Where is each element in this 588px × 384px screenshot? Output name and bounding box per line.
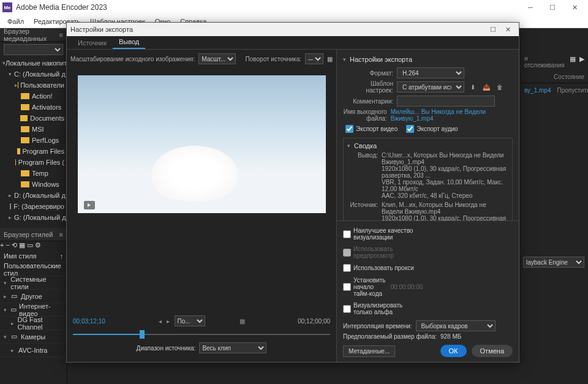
preset-select[interactable]: С атрибутами исходного... [397, 81, 464, 92]
section-label: Настройки экспорта [350, 56, 412, 63]
dialog-close-button[interactable]: ✕ [500, 26, 515, 34]
folder-icon [21, 170, 29, 176]
rotate-select[interactable]: — [305, 53, 323, 64]
style-item[interactable]: ▸AVC-Intra [0, 344, 67, 357]
tree-folder[interactable]: PerfLogs [0, 135, 67, 146]
step-back-icon[interactable]: ◂ [159, 318, 162, 325]
style-item[interactable]: ▾▭Интернет-видео [0, 303, 67, 317]
tree-label: C: (Локальный д [14, 70, 66, 78]
sync-icon[interactable]: ⟲ [12, 241, 17, 249]
tree-label: F: (Зарезервиро [13, 203, 64, 210]
preview-play-button[interactable] [84, 201, 95, 209]
new-icon[interactable]: ▦ [19, 241, 25, 249]
maximize-button[interactable]: ☐ [541, 0, 564, 15]
timecode-in[interactable]: 00;03;12;10 [73, 318, 105, 325]
minimize-button[interactable]: ─ [519, 0, 541, 15]
scale-select[interactable]: Масшт... [198, 53, 236, 64]
style-item[interactable]: ▸DG Fast Channel [0, 317, 67, 330]
tree-label: Windows [32, 181, 59, 188]
tree-folder[interactable]: Program Files ( [0, 157, 67, 168]
tree-local-drives[interactable]: ▾Локальные накопители [0, 58, 67, 69]
gear-icon: ▭ [11, 292, 18, 300]
folder-icon [21, 137, 29, 143]
range-select[interactable]: Весь клип [199, 342, 266, 353]
style-label: Интернет-видео [19, 303, 63, 317]
timecode-out[interactable]: 00;12;00;00 [298, 318, 330, 325]
timeline-slider[interactable] [73, 330, 330, 339]
video-preview[interactable] [78, 75, 326, 213]
tab-output[interactable]: Вывод [113, 36, 145, 49]
tree-folder[interactable]: Windows [0, 179, 67, 190]
renderer-select[interactable]: layback Engine [523, 257, 584, 268]
tree-drive-d[interactable]: ▸D: (Локальный д [0, 190, 67, 201]
media-filter-select[interactable] [4, 44, 63, 55]
style-user-group[interactable]: Пользовательские стил [0, 263, 67, 276]
style-name-header[interactable]: Имя стиля ↑ [0, 249, 67, 263]
tree-folder[interactable]: Program Files [0, 146, 67, 157]
play-queue-icon[interactable]: ▶ [579, 55, 584, 69]
tree-folder[interactable]: Documents [0, 113, 67, 124]
folder-icon[interactable]: ▭ [27, 241, 33, 249]
col-label: Имя стиля [4, 252, 37, 260]
remove-icon[interactable]: − [6, 241, 10, 249]
close-button[interactable]: ✕ [564, 0, 586, 15]
format-select[interactable]: H.264 [397, 67, 464, 78]
watch-folder-icon[interactable]: ▦ [570, 55, 576, 69]
safe-margin-icon[interactable]: ▦ [239, 318, 245, 325]
ok-button[interactable]: ОК [440, 345, 467, 357]
tree-drive-f[interactable]: F: (Зарезервиро [0, 201, 67, 212]
use-proxy-checkbox[interactable] [343, 264, 351, 272]
format-label: Формат: [343, 70, 393, 77]
comments-input[interactable] [397, 96, 495, 107]
tree-folder[interactable]: Activators [0, 102, 67, 113]
queue-file-row[interactable]: ву_1.mp4 Пропустить [521, 83, 588, 97]
tree-folder[interactable]: MSI [0, 124, 67, 135]
tab-source[interactable]: Источник [72, 37, 113, 49]
sort-icon[interactable]: ↑ [60, 252, 64, 260]
crop-icon[interactable]: ▦ [327, 56, 333, 62]
style-system-group[interactable]: ▾Системные стили [0, 276, 67, 290]
tree-folder[interactable]: Action! [0, 91, 67, 102]
style-item[interactable]: ▸▭Другое [0, 290, 67, 303]
est-size-label: Предполагаемый размер файла: [343, 333, 437, 340]
playhead-handle[interactable] [140, 330, 145, 339]
best-quality-checkbox[interactable] [343, 230, 351, 238]
panel-menu-icon[interactable]: ≡ [59, 231, 63, 238]
tree-folder[interactable]: ▸Пользователи [0, 80, 67, 91]
export-audio-checkbox[interactable] [406, 125, 414, 133]
preset-label: Шаблон настроек: [343, 80, 393, 94]
save-preset-icon[interactable]: ⬇ [468, 82, 478, 92]
cancel-button[interactable]: Отмена [472, 345, 513, 357]
tree-label: Temp [32, 170, 48, 177]
settings-icon[interactable]: ⚙ [35, 241, 41, 249]
panel-menu-icon[interactable]: ≡ [59, 31, 63, 39]
export-settings-section[interactable]: ▾Настройки экспорта [343, 53, 513, 66]
folder-icon [17, 148, 20, 154]
style-item[interactable]: ▾▭Камеры [0, 330, 67, 344]
queue-panel: и отслеживания ▦ ▶ Состояние ву_1.mp4 Пр… [521, 28, 588, 384]
timeline-area: 00;03;12;10 ◂ ▸ По... ▦ 00;12;00;00 Диап… [70, 311, 333, 358]
export-video-checkbox[interactable] [345, 125, 353, 133]
tree-drive-c[interactable]: ▾C: (Локальный д [0, 69, 67, 80]
tree-label: Action! [32, 92, 53, 100]
left-panel: Браузер медиаданных ≡ ▾Локальные накопит… [0, 28, 67, 384]
output-filename-link[interactable]: Милейш... Вы Никогда не Видели Вживую_1.… [391, 108, 513, 122]
metadata-button[interactable]: Метаданные... [343, 345, 395, 357]
step-fwd-icon[interactable]: ▸ [167, 318, 170, 325]
media-browser-title: Браузер медиаданных [4, 28, 59, 42]
chk-label: Использовать предпросмотр [353, 246, 420, 259]
dialog-titlebar[interactable]: Настройки экспорта ☐ ✕ [67, 23, 519, 36]
fit-select[interactable]: По... [175, 315, 205, 326]
import-preset-icon[interactable]: 📥 [481, 82, 491, 92]
summary-section[interactable]: ▾Сводка [347, 142, 508, 152]
dialog-tabs: Источник Вывод [67, 36, 519, 50]
dialog-maximize-button[interactable]: ☐ [486, 26, 500, 34]
menu-file[interactable]: Файл [2, 18, 29, 25]
tree-folder[interactable]: Temp [0, 168, 67, 179]
interp-select[interactable]: Выборка кадров [416, 320, 496, 331]
tree-drive-g[interactable]: ▸G: (Локальный д [0, 212, 67, 223]
set-tc-checkbox[interactable] [343, 283, 351, 291]
add-icon[interactable]: + [0, 241, 4, 249]
delete-preset-icon[interactable]: 🗑 [495, 82, 505, 92]
alpha-only-checkbox[interactable] [343, 305, 351, 313]
